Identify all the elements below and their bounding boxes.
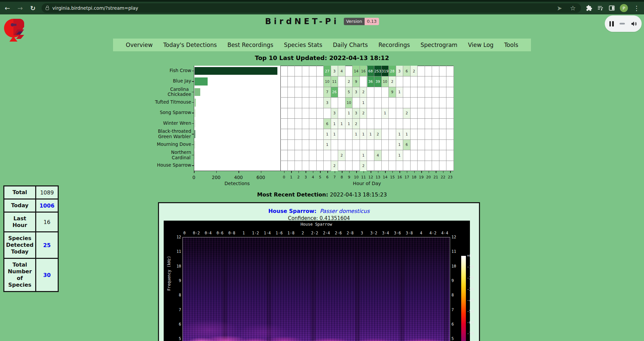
send-icon[interactable]: ➤ <box>555 5 564 11</box>
bookmark-star-icon[interactable]: ☆ <box>569 5 577 11</box>
heatmap-cell <box>295 118 302 129</box>
hour-axis-title: Hour of Day <box>333 181 400 186</box>
hour-axis-label: 0 <box>280 175 288 179</box>
heatmap-cell <box>403 118 411 129</box>
detection-species[interactable]: House Sparrow: <box>268 208 316 214</box>
spectrogram-x-tick: 3·6 <box>394 231 401 235</box>
heatmap-cell: 16 <box>360 66 367 76</box>
stat-value-link[interactable]: 1006 <box>40 203 55 209</box>
heatmap-cell <box>324 161 331 171</box>
heatmap-cell <box>295 76 302 87</box>
heatmap-cell: 2 <box>389 76 396 87</box>
hour-axis-label: 21 <box>432 175 439 179</box>
top10-heading: Top 10 Last Updated: 2022-04-13 18:12 <box>0 54 644 61</box>
stat-value-link[interactable]: 25 <box>43 242 51 248</box>
heatmap-cell <box>446 150 454 160</box>
heatmap-cell <box>324 108 331 118</box>
heatmap-cell <box>389 161 396 171</box>
side-panel-icon[interactable] <box>608 5 615 11</box>
spectrogram-y-tick-right: 8 <box>451 293 454 297</box>
heatmap-cell <box>338 161 345 171</box>
heatmap-cell: 39 <box>374 76 382 87</box>
heatmap-cell: 27 <box>324 66 331 76</box>
bar-axis-label: 400 <box>231 175 246 180</box>
nav-item-view-log[interactable]: View Log <box>468 42 493 48</box>
hour-axis-tick <box>399 171 400 173</box>
spectrogram-y-tick-right: 11 <box>451 249 456 254</box>
detections-bar <box>195 151 196 159</box>
spectrogram-x-tick: 3 <box>361 231 363 235</box>
y-tick <box>192 81 194 82</box>
nav-item-tools[interactable]: Tools <box>504 42 518 48</box>
heatmap-cell: 6 <box>324 118 331 129</box>
url-text[interactable]: virginia.birdnetpi.com/?stream=play <box>52 5 552 11</box>
spectrogram-y-tick-left: 8 <box>174 293 181 297</box>
nav-item-daily-charts[interactable]: Daily Charts <box>333 42 368 48</box>
heatmap-cell <box>317 161 324 171</box>
heatmap-cell <box>317 150 324 160</box>
heatmap-cell <box>295 129 302 139</box>
heatmap-cell <box>446 76 454 87</box>
reload-icon[interactable]: ↻ <box>29 5 37 11</box>
heatmap-cell <box>317 97 324 108</box>
pause-button[interactable] <box>609 21 614 26</box>
heatmap-cell <box>374 87 382 97</box>
heatmap-cell <box>418 97 425 108</box>
heatmap-cell <box>382 150 389 160</box>
detections-bar <box>195 130 196 138</box>
seek-dash[interactable] <box>620 23 625 24</box>
menu-dots-icon[interactable]: ⋮ <box>633 5 641 11</box>
heatmap-cell <box>446 118 454 129</box>
detection-header: House Sparrow:Passer domesticus <box>159 208 479 214</box>
heatmap-cell <box>418 129 425 139</box>
heatmap-cell <box>432 87 439 97</box>
audio-player[interactable] <box>605 15 642 32</box>
heatmap-cell: 10 <box>382 76 389 87</box>
hour-axis-label: 5 <box>316 175 324 179</box>
heatmap-cell <box>302 108 310 118</box>
nav-item-today-s-detections[interactable]: Today's Detections <box>163 42 217 48</box>
spectrogram-x-tick: 1·6 <box>276 231 283 235</box>
profile-avatar[interactable]: P <box>620 4 628 12</box>
heatmap-cell <box>295 161 302 171</box>
title-row: BirdNET-Pi Version 0.13 <box>0 17 644 26</box>
nav-item-overview[interactable]: Overview <box>126 42 153 48</box>
address-bar[interactable]: virginia.birdnetpi.com/?stream=play ➤ ☆ <box>42 3 581 13</box>
heatmap-cell <box>432 150 439 160</box>
heatmap-cell <box>403 150 411 160</box>
species-label: Black-throated Green Warbler <box>158 129 191 139</box>
forward-icon[interactable]: → <box>16 5 24 11</box>
heatmap-cell: 1 <box>396 87 404 97</box>
y-tick <box>192 165 194 166</box>
species-label: Blue Jay <box>173 78 191 84</box>
nav-item-species-stats[interactable]: Species Stats <box>284 42 322 48</box>
detections-bar <box>195 162 195 170</box>
heatmap-cell <box>295 150 302 160</box>
heatmap-cell: 26 <box>331 87 338 97</box>
heatmap-cell: 28 <box>389 66 396 76</box>
extensions-puzzle-icon[interactable] <box>586 5 592 11</box>
stat-value-link[interactable]: 30 <box>43 272 51 278</box>
heatmap-cell <box>446 87 454 97</box>
heatmap-cell <box>309 66 317 76</box>
spectrogram-x-tick: 2·8 <box>346 231 354 235</box>
heatmap-cell <box>309 150 317 160</box>
back-icon[interactable]: ← <box>3 5 11 11</box>
heatmap-cell <box>439 150 447 160</box>
nav-item-spectrogram[interactable]: Spectrogram <box>421 42 458 48</box>
media-controls-icon[interactable] <box>597 5 604 11</box>
heatmap-cell <box>425 97 432 108</box>
heatmap-cell: 68 <box>367 66 375 76</box>
heatmap-cell <box>439 87 447 97</box>
heatmap-cell <box>382 129 389 139</box>
heatmap-cell <box>309 87 317 97</box>
heatmap-cell <box>280 66 288 76</box>
hour-axis-tick <box>320 171 321 173</box>
nav-item-recordings[interactable]: Recordings <box>378 42 410 48</box>
version-badge: Version 0.13 <box>344 18 379 25</box>
heatmap-cell <box>302 161 310 171</box>
spectrogram-y-tick-right: 9 <box>451 278 454 283</box>
volume-icon[interactable] <box>631 20 637 27</box>
nav-item-best-recordings[interactable]: Best Recordings <box>227 42 273 48</box>
heatmap-cell: 1 <box>324 129 331 139</box>
